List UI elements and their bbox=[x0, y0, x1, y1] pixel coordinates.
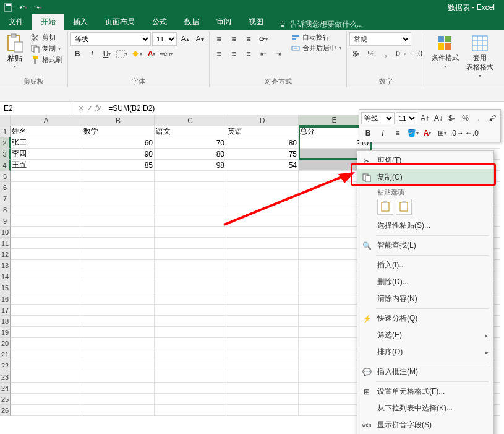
phonetic-button[interactable]: wén▾ bbox=[160, 47, 173, 61]
mini-italic[interactable]: I bbox=[376, 126, 390, 140]
orientation-button[interactable]: ⟳▾ bbox=[257, 32, 270, 46]
cell[interactable]: 张三 bbox=[11, 137, 82, 149]
cell[interactable] bbox=[226, 405, 299, 416]
cell[interactable] bbox=[11, 227, 82, 238]
conditional-format-button[interactable]: 条件格式▾ bbox=[428, 32, 463, 72]
cell[interactable] bbox=[82, 349, 155, 360]
cell[interactable] bbox=[226, 171, 299, 182]
cell[interactable] bbox=[11, 215, 82, 227]
cell[interactable] bbox=[226, 271, 299, 282]
cell[interactable] bbox=[226, 316, 299, 327]
align-top-button[interactable]: ≡ bbox=[212, 32, 226, 46]
cell[interactable] bbox=[226, 327, 299, 338]
cell[interactable] bbox=[155, 360, 226, 371]
menu-filter[interactable]: 筛选(E)▸ bbox=[357, 327, 493, 344]
cell[interactable] bbox=[11, 394, 82, 405]
column-header[interactable]: A bbox=[11, 115, 82, 126]
tab-formulas[interactable]: 公式 bbox=[143, 14, 176, 30]
mini-align[interactable]: ≡ bbox=[391, 126, 404, 140]
menu-cut[interactable]: ✂ 剪切(T) bbox=[357, 152, 493, 169]
cell[interactable] bbox=[11, 305, 82, 316]
cell[interactable] bbox=[155, 371, 226, 383]
cell[interactable] bbox=[82, 383, 155, 394]
cell[interactable] bbox=[11, 316, 82, 327]
tell-me[interactable]: 告诉我您想要做什么... bbox=[278, 19, 363, 30]
mini-percent[interactable]: % bbox=[459, 111, 472, 125]
cell[interactable] bbox=[155, 394, 226, 405]
align-right-button[interactable]: ≡ bbox=[242, 47, 255, 61]
cell[interactable] bbox=[155, 405, 226, 416]
row-header[interactable]: 6 bbox=[0, 182, 11, 193]
cell[interactable] bbox=[11, 383, 82, 394]
column-header[interactable]: B bbox=[82, 115, 155, 126]
mini-size-select[interactable]: 11 bbox=[396, 112, 417, 124]
cell[interactable] bbox=[82, 249, 155, 260]
cell[interactable] bbox=[226, 383, 299, 394]
cell[interactable] bbox=[82, 305, 155, 316]
undo-icon[interactable]: ↶▾ bbox=[18, 2, 28, 12]
cell[interactable] bbox=[155, 204, 226, 215]
cell[interactable] bbox=[82, 271, 155, 282]
cell[interactable] bbox=[82, 338, 155, 349]
cell[interactable] bbox=[11, 193, 82, 204]
row-header[interactable]: 22 bbox=[0, 360, 11, 371]
percent-button[interactable]: % bbox=[364, 47, 378, 61]
decrease-font-button[interactable]: A▾ bbox=[193, 32, 207, 46]
cell[interactable] bbox=[11, 238, 82, 249]
cell[interactable] bbox=[226, 360, 299, 371]
cell[interactable] bbox=[226, 193, 299, 204]
row-header[interactable]: 24 bbox=[0, 383, 11, 394]
mini-comma[interactable]: , bbox=[472, 111, 485, 125]
cell[interactable] bbox=[11, 204, 82, 215]
row-header[interactable]: 16 bbox=[0, 293, 11, 305]
cell[interactable] bbox=[11, 327, 82, 338]
cell[interactable]: 数学 bbox=[82, 126, 155, 137]
menu-quick-analysis[interactable]: ⚡ 快速分析(Q) bbox=[357, 310, 493, 327]
cell[interactable]: 70 bbox=[155, 137, 226, 149]
row-header[interactable]: 11 bbox=[0, 238, 11, 249]
cell[interactable]: 李四 bbox=[11, 149, 82, 160]
tab-home[interactable]: 开始 bbox=[32, 14, 64, 30]
cell[interactable] bbox=[11, 371, 82, 383]
cell[interactable] bbox=[11, 338, 82, 349]
cell[interactable] bbox=[226, 305, 299, 316]
cell[interactable] bbox=[226, 249, 299, 260]
cell[interactable]: 80 bbox=[155, 149, 226, 160]
align-center-button[interactable]: ≡ bbox=[227, 47, 241, 61]
decrease-decimal-button[interactable]: ←.0 bbox=[409, 47, 422, 61]
row-header[interactable]: 5 bbox=[0, 171, 11, 182]
paste-button[interactable]: 粘贴 ▾ bbox=[2, 32, 27, 71]
cell[interactable] bbox=[11, 260, 82, 271]
comma-button[interactable]: , bbox=[379, 47, 393, 61]
row-header[interactable]: 3 bbox=[0, 149, 11, 160]
cell[interactable] bbox=[155, 349, 226, 360]
mini-bold[interactable]: B bbox=[361, 126, 375, 140]
cell[interactable] bbox=[155, 215, 226, 227]
cell[interactable]: 语文 bbox=[155, 126, 226, 137]
row-header[interactable]: 15 bbox=[0, 282, 11, 293]
align-middle-button[interactable]: ≡ bbox=[227, 32, 241, 46]
cell[interactable] bbox=[226, 238, 299, 249]
font-name-select[interactable]: 等线 bbox=[70, 32, 151, 46]
cell[interactable] bbox=[226, 260, 299, 271]
format-painter-button[interactable]: 格式刷 bbox=[28, 54, 65, 65]
wrap-text-button[interactable]: 自动换行 bbox=[289, 32, 344, 43]
mini-font-select[interactable]: 等线 bbox=[361, 112, 395, 124]
cell[interactable] bbox=[155, 182, 226, 193]
mini-dec-decimal[interactable]: ←.0 bbox=[465, 126, 479, 140]
cancel-formula-icon[interactable]: ✕ bbox=[78, 104, 84, 113]
cell[interactable] bbox=[155, 249, 226, 260]
row-header[interactable]: 18 bbox=[0, 316, 11, 327]
cell[interactable] bbox=[82, 215, 155, 227]
cell[interactable] bbox=[226, 227, 299, 238]
cell[interactable] bbox=[82, 371, 155, 383]
mini-fill-color[interactable]: 🪣▾ bbox=[406, 126, 419, 140]
cell[interactable] bbox=[155, 171, 226, 182]
cell[interactable] bbox=[155, 227, 226, 238]
cell[interactable] bbox=[82, 360, 155, 371]
row-header[interactable]: 25 bbox=[0, 394, 11, 405]
cell[interactable] bbox=[155, 316, 226, 327]
cell[interactable] bbox=[226, 293, 299, 305]
table-format-button[interactable]: 套用 表格格式▾ bbox=[463, 32, 497, 81]
tab-layout[interactable]: 页面布局 bbox=[96, 14, 143, 30]
